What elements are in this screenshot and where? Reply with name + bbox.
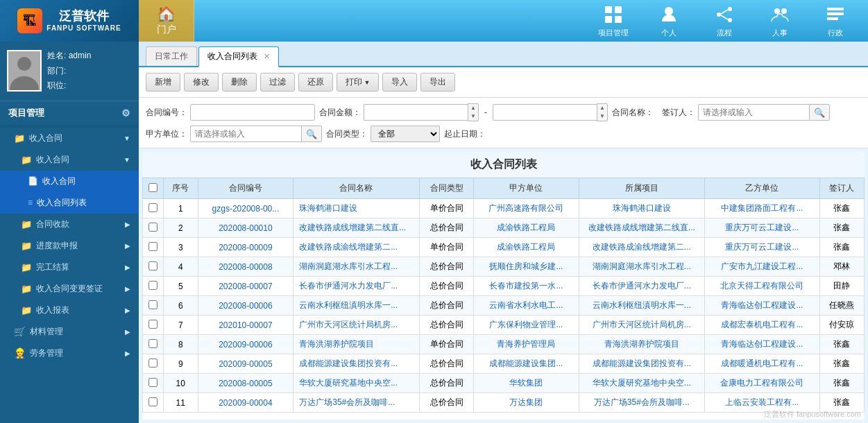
row-contract-no[interactable]: 202009-00006 (198, 335, 293, 354)
edit-button[interactable]: 修改 (184, 73, 219, 92)
row-contract-no[interactable]: 202008-00008 (198, 257, 293, 277)
row-check[interactable] (148, 223, 158, 232)
delete-button[interactable]: 删除 (222, 73, 257, 92)
gear-icon[interactable]: ⚙ (121, 107, 130, 119)
row-party-a[interactable]: 抚顺住房和城乡建... (474, 257, 579, 277)
row-contract-no[interactable]: 202009-00004 (198, 393, 293, 413)
sidebar-item-progress-payment[interactable]: 📁 进度款申报 ▶ (0, 235, 139, 257)
row-party-a[interactable]: 万达集团 (474, 393, 579, 413)
row-party-b[interactable]: 金康电力工程有限公司 (705, 374, 820, 393)
row-project[interactable]: 华软大厦研究基地中央空... (579, 374, 704, 393)
sidebar-item-completion[interactable]: 📁 完工结算 ▶ (0, 257, 139, 278)
row-project[interactable]: 湖南洞庭湖水库引水工程... (579, 257, 704, 277)
sidebar-item-material[interactable]: 🛒 材料管理 ▶ (0, 321, 139, 343)
row-project[interactable]: 广州市天河区统计局机房... (579, 316, 704, 335)
sidebar-item-labor[interactable]: 👷 劳务管理 ▶ (0, 343, 139, 364)
row-party-a[interactable]: 成都能源建设集团... (474, 354, 579, 374)
sidebar-item-income-report[interactable]: 📁 收入报表 ▶ (0, 300, 139, 321)
row-party-b[interactable]: 重庆万可云工建设... (705, 238, 820, 257)
row-project[interactable]: 云南水利枢纽滇明水库一... (579, 296, 704, 316)
row-check[interactable] (148, 281, 158, 290)
row-party-a[interactable]: 华软集团 (474, 374, 579, 393)
contract-type-select[interactable]: 全部 单价合同 总价合同 (371, 126, 440, 142)
print-button[interactable]: 打印 (337, 73, 379, 92)
spinner-down2[interactable]: ▼ (597, 112, 607, 121)
row-contract-no[interactable]: 202010-00007 (198, 316, 293, 335)
row-project[interactable]: 改建铁路成线增建第二线直... (579, 218, 704, 238)
row-party-b[interactable]: 重庆万可云工建设... (705, 218, 820, 238)
row-contract-name[interactable]: 华软大厦研究基地中央空... (293, 374, 419, 393)
row-contract-no[interactable]: 202008-00009 (198, 238, 293, 257)
row-contract-name[interactable]: 珠海鹤港口建设 (293, 199, 419, 218)
row-check[interactable] (148, 203, 158, 212)
home-nav-button[interactable]: 🏠 门户 (139, 0, 194, 42)
sidebar-item-contract-change[interactable]: 📁 收入合同变更签证 ▶ (0, 278, 139, 300)
row-contract-name[interactable]: 改建铁路成线增建第二线直... (293, 218, 419, 238)
workflow-nav[interactable]: 流程 (698, 2, 750, 40)
project-manage-nav[interactable]: 项目管理 (587, 2, 639, 40)
row-party-a[interactable]: 青海养护管理局 (474, 335, 579, 354)
tab-close-icon[interactable]: ✕ (264, 52, 270, 60)
add-button[interactable]: 新增 (146, 73, 180, 92)
row-party-a[interactable]: 长春市建投第一水... (474, 277, 579, 296)
row-project[interactable]: 珠海鹤港口建设 (579, 199, 704, 218)
sidebar-item-income-contract[interactable]: 📁 收入合同 ▼ (0, 128, 139, 149)
sidebar-item-contract-collection[interactable]: 📁 合同收款 ▶ (0, 214, 139, 235)
restore-button[interactable]: 还原 (298, 73, 333, 92)
row-contract-no[interactable]: gzgs-202008-00... (198, 199, 293, 218)
amount-from-spinner[interactable]: ▲ ▼ (468, 103, 479, 121)
row-contract-name[interactable]: 改建铁路成渝线增建第二... (293, 238, 419, 257)
row-contract-name[interactable]: 云南水利枢纽滇明水库一... (293, 296, 419, 316)
row-contract-name[interactable]: 成都能源建设集团投资有... (293, 354, 419, 374)
row-contract-no[interactable]: 202008-00007 (198, 277, 293, 296)
row-check[interactable] (148, 378, 158, 387)
row-party-a[interactable]: 广东保利物业管理... (474, 316, 579, 335)
filter-button[interactable]: 过滤 (260, 73, 295, 92)
spinner-up[interactable]: ▲ (468, 104, 478, 112)
row-party-b[interactable]: 青海临达创工程建设... (705, 335, 820, 354)
party-a-input[interactable] (190, 126, 301, 142)
contract-no-input[interactable] (190, 104, 315, 121)
row-contract-no[interactable]: 202008-00005 (198, 374, 293, 393)
party-a-search-button[interactable]: 🔍 (301, 126, 322, 142)
row-contract-name[interactable]: 湖南洞庭湖水库引水工程... (293, 257, 419, 277)
income-list-tab[interactable]: 收入合同列表 ✕ (198, 46, 279, 67)
row-party-b[interactable]: 成都宏泰机电工程有... (705, 316, 820, 335)
row-party-b[interactable]: 成都暖通机电工程有... (705, 354, 820, 374)
row-check[interactable] (148, 320, 158, 329)
spinner-down[interactable]: ▼ (468, 112, 478, 121)
row-project[interactable]: 成都能源建设集团投资有... (579, 354, 704, 374)
row-project[interactable]: 改建铁路成渝线增建第二... (579, 238, 704, 257)
row-contract-name[interactable]: 长春市伊通河水力发电厂... (293, 277, 419, 296)
amount-from-input[interactable] (364, 104, 468, 121)
sidebar-item-income-contract-sub[interactable]: 📁 收入合同 ▼ (0, 149, 139, 171)
amount-to-input[interactable] (493, 104, 597, 121)
row-party-b[interactable]: 广安市九江建设工程... (705, 257, 820, 277)
row-check[interactable] (148, 339, 158, 348)
row-check[interactable] (148, 359, 158, 368)
signer-input[interactable] (698, 104, 809, 121)
row-party-a[interactable]: 广州高速路有限公司 (474, 199, 579, 218)
row-check[interactable] (148, 242, 158, 251)
row-check[interactable] (148, 397, 158, 406)
row-project[interactable]: 长春市伊通河水力发电厂... (579, 277, 704, 296)
row-check[interactable] (148, 261, 158, 270)
row-party-a[interactable]: 成渝铁路工程局 (474, 218, 579, 238)
spinner-up2[interactable]: ▲ (597, 104, 607, 112)
row-contract-no[interactable]: 202008-00010 (198, 218, 293, 238)
row-party-a[interactable]: 云南省水利水电工... (474, 296, 579, 316)
row-party-b[interactable]: 青海临达创工程建设... (705, 296, 820, 316)
row-party-b[interactable]: 中建集团路面工程有... (705, 199, 820, 218)
row-contract-no[interactable]: 202009-00005 (198, 354, 293, 374)
hr-nav[interactable]: 人事 (754, 2, 806, 40)
sidebar-item-income-contract-list[interactable]: ≡ 收入合同列表 (0, 192, 139, 214)
admin-nav[interactable]: 行政 (809, 2, 861, 40)
row-contract-name[interactable]: 万达广场35#会所及咖啡... (293, 393, 419, 413)
project-section-title[interactable]: 项目管理 ⚙ (0, 101, 139, 125)
row-contract-no[interactable]: 202008-00006 (198, 296, 293, 316)
row-contract-name[interactable]: 青海洪湖养护院项目 (293, 335, 419, 354)
row-party-b[interactable]: 北京天得工程有限公司 (705, 277, 820, 296)
row-contract-name[interactable]: 广州市天河区统计局机房... (293, 316, 419, 335)
signer-search-button[interactable]: 🔍 (809, 104, 830, 121)
sidebar-item-income-contract-doc[interactable]: 📄 收入合同 (0, 171, 139, 192)
